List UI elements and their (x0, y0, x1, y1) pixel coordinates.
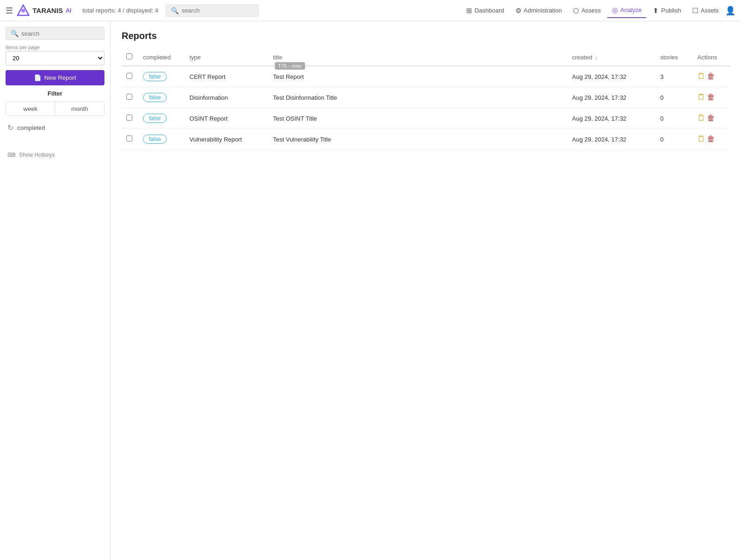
filter-week-button[interactable]: week (6, 102, 55, 116)
show-hotkeys[interactable]: ⌨ Show Hotkeys (6, 149, 104, 161)
nav-search-icon: 🔍 (171, 7, 179, 14)
nav-item-assess-label: Assess (581, 7, 601, 14)
main-content: Reports T75 - misc completed type (110, 21, 741, 560)
sidebar: 🔍 Items per page 10 20 50 100 📄 New Repo… (0, 21, 110, 560)
copy-button[interactable]: 🗒 (697, 72, 705, 81)
new-report-button[interactable]: 📄 New Report (6, 70, 104, 85)
copy-button[interactable]: 🗒 (697, 135, 705, 144)
nav-search[interactable]: 🔍 (166, 5, 259, 17)
row-created: Aug 29, 2024, 17:32 (567, 87, 656, 108)
items-per-page-label: Items per page (6, 45, 104, 50)
table-row: false Vulnerability Report Test Vulnerab… (122, 129, 730, 150)
row-checkbox-cell (122, 66, 138, 87)
topnav-left: ☰ TARANIS AI total reports: 4 / displaye… (6, 4, 158, 17)
nav-item-assess[interactable]: ⬡ Assess (568, 4, 605, 18)
action-buttons: 🗒 🗑 (697, 135, 725, 144)
action-buttons: 🗒 🗑 (697, 114, 725, 123)
row-actions: 🗒 🗑 (693, 129, 730, 150)
row-actions: 🗒 🗑 (693, 108, 730, 129)
nav-items: ⊞ Dashboard ⚙ Administration ⬡ Assess ◎ … (462, 3, 735, 18)
copy-button[interactable]: 🗒 (697, 114, 705, 123)
nav-search-input[interactable] (182, 7, 254, 14)
row-type: Vulnerability Report (185, 129, 268, 150)
header-completed: completed (138, 49, 185, 66)
table-body: false CERT Report Test Report Aug 29, 20… (122, 66, 730, 150)
sidebar-search-input[interactable] (21, 30, 99, 37)
row-checkbox-cell (122, 108, 138, 129)
nav-item-assets[interactable]: ☐ Assets (688, 4, 723, 18)
brand-name: TARANIS (32, 6, 63, 14)
row-title: Test OSINT Title (268, 108, 567, 129)
hamburger-icon[interactable]: ☰ (6, 6, 13, 16)
row-stories: 3 (656, 66, 693, 87)
total-info: total reports: 4 / displayed: 4 (83, 7, 158, 14)
nav-item-publish[interactable]: ⬆ Publish (648, 4, 686, 18)
header-title: title (268, 49, 567, 66)
copy-button[interactable]: 🗒 (697, 93, 705, 102)
filter-month-button[interactable]: month (55, 102, 104, 116)
header-type: type (185, 49, 268, 66)
sidebar-search[interactable]: 🔍 (6, 27, 104, 40)
nav-item-dashboard-label: Dashboard (474, 7, 504, 14)
filter-buttons: week month (6, 102, 104, 116)
show-hotkeys-label: Show Hotkeys (19, 152, 55, 158)
sort-arrow-icon: ↓ (595, 55, 598, 60)
hotkeys-icon: ⌨ (7, 152, 15, 158)
nav-item-analyze[interactable]: ◎ Analyze (607, 3, 646, 18)
nav-item-analyze-label: Analyze (620, 6, 642, 13)
delete-button[interactable]: 🗑 (707, 114, 715, 123)
table-row: false Disinformation Test Disinformation… (122, 87, 730, 108)
row-title: Test Disinformation Title (268, 87, 567, 108)
row-title: Test Report (268, 66, 567, 87)
table-header: completed type title created ↓ stories (122, 49, 730, 66)
row-checkbox[interactable] (126, 73, 132, 79)
table-row: false OSINT Report Test OSINT Title Aug … (122, 108, 730, 129)
new-report-icon: 📄 (34, 74, 41, 81)
completed-badge[interactable]: false (143, 135, 167, 144)
table-row: false CERT Report Test Report Aug 29, 20… (122, 66, 730, 87)
nav-item-dashboard[interactable]: ⊞ Dashboard (462, 4, 509, 18)
row-checkbox-cell (122, 87, 138, 108)
row-stories: 0 (656, 129, 693, 150)
row-actions: 🗒 🗑 (693, 87, 730, 108)
row-actions: 🗒 🗑 (693, 66, 730, 87)
row-checkbox[interactable] (126, 135, 132, 142)
brand-logo-icon (17, 4, 30, 17)
items-per-page-wrapper: Items per page 10 20 50 100 (6, 45, 104, 65)
delete-button[interactable]: 🗑 (707, 72, 715, 81)
nav-item-administration[interactable]: ⚙ Administration (511, 4, 566, 18)
row-checkbox[interactable] (126, 115, 132, 121)
completed-badge[interactable]: false (143, 72, 167, 81)
completed-label: completed (17, 124, 45, 131)
user-icon[interactable]: 👤 (725, 6, 735, 16)
row-stories: 0 (656, 87, 693, 108)
row-completed: false (138, 108, 185, 129)
header-created[interactable]: created ↓ (567, 49, 656, 66)
row-checkbox[interactable] (126, 94, 132, 100)
completed-badge[interactable]: false (143, 93, 167, 102)
row-completed: false (138, 66, 185, 87)
brand-ai: AI (66, 7, 72, 14)
assess-icon: ⬡ (573, 6, 579, 15)
svg-point-1 (21, 9, 25, 13)
row-type: CERT Report (185, 66, 268, 87)
action-buttons: 🗒 🗑 (697, 72, 725, 81)
completed-filter-item[interactable]: ↻ completed (6, 121, 104, 135)
row-checkbox-cell (122, 129, 138, 150)
delete-button[interactable]: 🗑 (707, 135, 715, 144)
items-per-page-select[interactable]: 10 20 50 100 (6, 51, 104, 65)
tooltip-badge: T75 - misc (275, 62, 305, 70)
header-stories: stories (656, 49, 693, 66)
dashboard-icon: ⊞ (466, 6, 472, 15)
publish-icon: ⬆ (653, 6, 659, 15)
brand: TARANIS AI (17, 4, 72, 17)
header-actions: Actions (693, 49, 730, 66)
completed-badge[interactable]: false (143, 114, 167, 123)
select-all-checkbox[interactable] (126, 53, 132, 59)
administration-icon: ⚙ (515, 6, 521, 15)
assets-icon: ☐ (692, 6, 698, 15)
delete-button[interactable]: 🗑 (707, 93, 715, 102)
nav-item-publish-label: Publish (661, 7, 681, 14)
nav-item-administration-label: Administration (524, 7, 562, 14)
new-report-label: New Report (44, 74, 76, 81)
